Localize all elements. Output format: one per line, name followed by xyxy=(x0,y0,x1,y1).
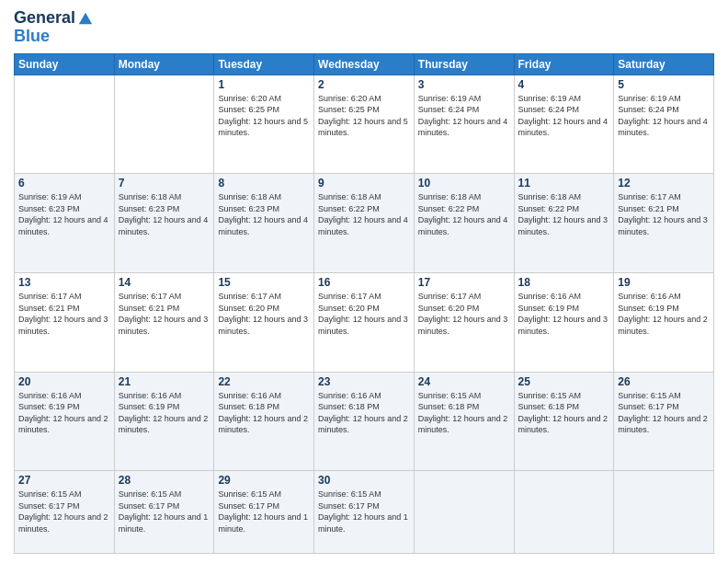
calendar-cell: 21Sunrise: 6:16 AMSunset: 6:19 PMDayligh… xyxy=(114,372,214,471)
calendar-cell: 1Sunrise: 6:20 AMSunset: 6:25 PMDaylight… xyxy=(214,75,314,174)
day-number: 24 xyxy=(418,375,510,388)
calendar-week-row: 1Sunrise: 6:20 AMSunset: 6:25 PMDaylight… xyxy=(15,75,714,174)
day-info: Sunrise: 6:17 AMSunset: 6:21 PMDaylight:… xyxy=(119,291,210,337)
weekday-header-wednesday: Wednesday xyxy=(314,53,415,75)
calendar-cell: 24Sunrise: 6:15 AMSunset: 6:18 PMDayligh… xyxy=(414,372,514,471)
weekday-header-friday: Friday xyxy=(514,53,614,75)
calendar-cell: 17Sunrise: 6:17 AMSunset: 6:20 PMDayligh… xyxy=(414,272,514,372)
day-number: 3 xyxy=(418,78,510,91)
calendar-cell: 4Sunrise: 6:19 AMSunset: 6:24 PMDaylight… xyxy=(514,75,614,174)
day-info: Sunrise: 6:18 AMSunset: 6:23 PMDaylight:… xyxy=(119,191,210,237)
day-info: Sunrise: 6:15 AMSunset: 6:18 PMDaylight:… xyxy=(518,390,610,436)
calendar-cell: 7Sunrise: 6:18 AMSunset: 6:23 PMDaylight… xyxy=(114,174,214,273)
day-info: Sunrise: 6:16 AMSunset: 6:19 PMDaylight:… xyxy=(518,291,610,337)
day-info: Sunrise: 6:15 AMSunset: 6:18 PMDaylight:… xyxy=(418,390,510,436)
logo-text-blue: Blue xyxy=(14,27,50,45)
day-info: Sunrise: 6:15 AMSunset: 6:17 PMDaylight:… xyxy=(318,488,410,534)
calendar-cell: 6Sunrise: 6:19 AMSunset: 6:23 PMDaylight… xyxy=(15,174,115,273)
day-number: 22 xyxy=(218,375,310,388)
day-info: Sunrise: 6:17 AMSunset: 6:21 PMDaylight:… xyxy=(18,291,110,337)
calendar-cell: 3Sunrise: 6:19 AMSunset: 6:24 PMDaylight… xyxy=(414,75,514,174)
weekday-header-saturday: Saturday xyxy=(614,53,714,75)
calendar-cell: 10Sunrise: 6:18 AMSunset: 6:22 PMDayligh… xyxy=(414,174,514,273)
day-info: Sunrise: 6:15 AMSunset: 6:17 PMDaylight:… xyxy=(119,488,210,534)
calendar-page: General Blue SundayMondayTuesdayWednesda… xyxy=(0,0,728,563)
calendar-cell: 23Sunrise: 6:16 AMSunset: 6:18 PMDayligh… xyxy=(314,372,415,471)
day-info: Sunrise: 6:17 AMSunset: 6:20 PMDaylight:… xyxy=(318,291,410,337)
calendar-week-row: 27Sunrise: 6:15 AMSunset: 6:17 PMDayligh… xyxy=(15,471,714,554)
calendar-cell: 20Sunrise: 6:16 AMSunset: 6:19 PMDayligh… xyxy=(15,372,115,471)
day-number: 19 xyxy=(618,276,710,289)
day-info: Sunrise: 6:16 AMSunset: 6:18 PMDaylight:… xyxy=(218,390,310,436)
day-number: 7 xyxy=(119,177,210,190)
weekday-header-row: SundayMondayTuesdayWednesdayThursdayFrid… xyxy=(15,53,714,75)
day-info: Sunrise: 6:20 AMSunset: 6:25 PMDaylight:… xyxy=(218,93,310,139)
day-number: 25 xyxy=(518,375,610,388)
day-number: 16 xyxy=(318,276,410,289)
day-number: 5 xyxy=(618,78,710,91)
weekday-header-thursday: Thursday xyxy=(414,53,514,75)
weekday-header-tuesday: Tuesday xyxy=(214,53,314,75)
calendar-cell: 29Sunrise: 6:15 AMSunset: 6:17 PMDayligh… xyxy=(214,471,314,554)
day-number: 2 xyxy=(318,78,410,91)
day-info: Sunrise: 6:16 AMSunset: 6:19 PMDaylight:… xyxy=(18,390,110,436)
calendar-cell: 16Sunrise: 6:17 AMSunset: 6:20 PMDayligh… xyxy=(314,272,415,372)
logo: General Blue xyxy=(14,9,94,46)
calendar-cell: 18Sunrise: 6:16 AMSunset: 6:19 PMDayligh… xyxy=(514,272,614,372)
calendar-cell: 13Sunrise: 6:17 AMSunset: 6:21 PMDayligh… xyxy=(15,272,115,372)
day-number: 30 xyxy=(318,474,410,487)
calendar-cell: 9Sunrise: 6:18 AMSunset: 6:22 PMDaylight… xyxy=(314,174,415,273)
calendar-week-row: 20Sunrise: 6:16 AMSunset: 6:19 PMDayligh… xyxy=(15,372,714,471)
day-info: Sunrise: 6:19 AMSunset: 6:24 PMDaylight:… xyxy=(518,93,610,139)
calendar-table: SundayMondayTuesdayWednesdayThursdayFrid… xyxy=(14,53,714,554)
day-number: 15 xyxy=(218,276,310,289)
calendar-cell: 25Sunrise: 6:15 AMSunset: 6:18 PMDayligh… xyxy=(514,372,614,471)
calendar-cell: 27Sunrise: 6:15 AMSunset: 6:17 PMDayligh… xyxy=(15,471,115,554)
day-number: 20 xyxy=(18,375,110,388)
day-info: Sunrise: 6:15 AMSunset: 6:17 PMDaylight:… xyxy=(18,488,110,534)
calendar-cell: 15Sunrise: 6:17 AMSunset: 6:20 PMDayligh… xyxy=(214,272,314,372)
day-info: Sunrise: 6:19 AMSunset: 6:24 PMDaylight:… xyxy=(618,93,710,139)
day-info: Sunrise: 6:20 AMSunset: 6:25 PMDaylight:… xyxy=(318,93,410,139)
day-info: Sunrise: 6:17 AMSunset: 6:20 PMDaylight:… xyxy=(418,291,510,337)
day-number: 18 xyxy=(518,276,610,289)
day-number: 26 xyxy=(618,375,710,388)
day-number: 4 xyxy=(518,78,610,91)
calendar-week-row: 6Sunrise: 6:19 AMSunset: 6:23 PMDaylight… xyxy=(15,174,714,273)
svg-marker-0 xyxy=(79,13,92,25)
calendar-cell: 30Sunrise: 6:15 AMSunset: 6:17 PMDayligh… xyxy=(314,471,415,554)
day-info: Sunrise: 6:17 AMSunset: 6:21 PMDaylight:… xyxy=(618,191,710,237)
calendar-week-row: 13Sunrise: 6:17 AMSunset: 6:21 PMDayligh… xyxy=(15,272,714,372)
day-info: Sunrise: 6:16 AMSunset: 6:18 PMDaylight:… xyxy=(318,390,410,436)
day-number: 10 xyxy=(418,177,510,190)
day-number: 29 xyxy=(218,474,310,487)
calendar-cell: 2Sunrise: 6:20 AMSunset: 6:25 PMDaylight… xyxy=(314,75,415,174)
day-info: Sunrise: 6:18 AMSunset: 6:22 PMDaylight:… xyxy=(518,191,610,237)
day-number: 21 xyxy=(119,375,210,388)
day-info: Sunrise: 6:19 AMSunset: 6:23 PMDaylight:… xyxy=(18,191,110,237)
day-number: 11 xyxy=(518,177,610,190)
weekday-header-sunday: Sunday xyxy=(15,53,115,75)
day-info: Sunrise: 6:15 AMSunset: 6:17 PMDaylight:… xyxy=(618,390,710,436)
day-number: 17 xyxy=(418,276,510,289)
calendar-cell xyxy=(114,75,214,174)
calendar-cell: 26Sunrise: 6:15 AMSunset: 6:17 PMDayligh… xyxy=(614,372,714,471)
day-number: 13 xyxy=(18,276,110,289)
day-info: Sunrise: 6:16 AMSunset: 6:19 PMDaylight:… xyxy=(119,390,210,436)
calendar-cell: 19Sunrise: 6:16 AMSunset: 6:19 PMDayligh… xyxy=(614,272,714,372)
header: General Blue xyxy=(14,9,714,46)
calendar-cell: 28Sunrise: 6:15 AMSunset: 6:17 PMDayligh… xyxy=(114,471,214,554)
day-info: Sunrise: 6:16 AMSunset: 6:19 PMDaylight:… xyxy=(618,291,710,337)
logo-icon xyxy=(77,10,94,27)
day-info: Sunrise: 6:15 AMSunset: 6:17 PMDaylight:… xyxy=(218,488,310,534)
calendar-cell: 8Sunrise: 6:18 AMSunset: 6:23 PMDaylight… xyxy=(214,174,314,273)
calendar-cell: 5Sunrise: 6:19 AMSunset: 6:24 PMDaylight… xyxy=(614,75,714,174)
day-number: 23 xyxy=(318,375,410,388)
day-number: 9 xyxy=(318,177,410,190)
day-number: 28 xyxy=(119,474,210,487)
logo-text-general: General xyxy=(14,9,75,28)
day-info: Sunrise: 6:17 AMSunset: 6:20 PMDaylight:… xyxy=(218,291,310,337)
calendar-cell: 11Sunrise: 6:18 AMSunset: 6:22 PMDayligh… xyxy=(514,174,614,273)
day-number: 27 xyxy=(18,474,110,487)
calendar-cell: 12Sunrise: 6:17 AMSunset: 6:21 PMDayligh… xyxy=(614,174,714,273)
